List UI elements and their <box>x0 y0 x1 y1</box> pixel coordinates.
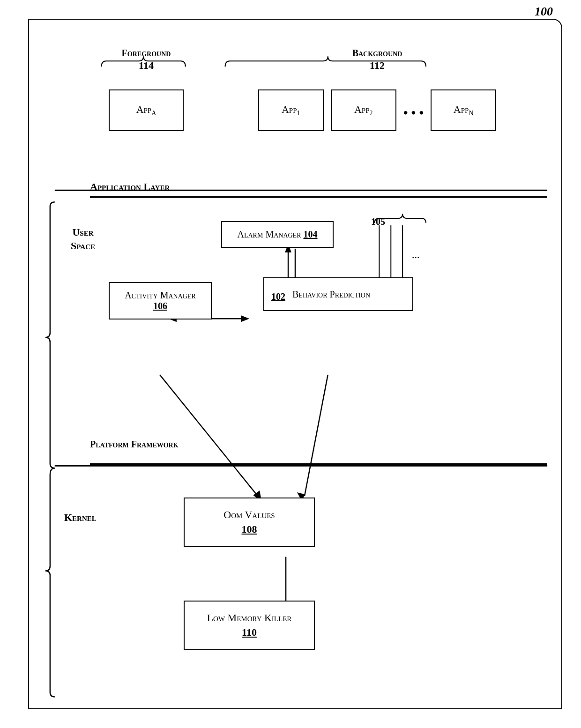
ref-105: 105 <box>371 216 385 227</box>
lmk-number: 110 <box>189 625 309 640</box>
alarm-manager-label: Alarm Manager <box>237 229 301 239</box>
lmk-box: Low Memory Killer 110 <box>184 601 315 650</box>
activity-manager-box: Activity Manager 106 <box>109 282 212 319</box>
bg-app-2: App2 <box>331 89 396 131</box>
alarm-manager-number: 104 <box>304 229 318 239</box>
app-layer-label: Application Layer <box>90 181 170 193</box>
foreground-app-box: AppA <box>109 89 184 131</box>
bg-dots: • • • <box>403 101 424 120</box>
bp-number: 102 <box>271 290 285 303</box>
am-label: Activity Manager <box>114 290 206 301</box>
background-apps: App1 App2 • • • AppN <box>212 89 543 131</box>
kernel-section: Oom Values 108 Low Memory Killer 110 <box>90 469 547 699</box>
foreground-label: Foreground <box>99 48 193 59</box>
background-number: 112 <box>212 59 543 72</box>
alarm-manager-box: Alarm Manager 104 <box>221 221 334 248</box>
bp-label: Behavior Prediction <box>292 289 370 299</box>
background-group: Background 112 App1 App2 • • • AppN <box>212 48 543 131</box>
platform-framework-label: Platform Framework <box>90 438 179 451</box>
app-layer-divider <box>90 196 547 198</box>
background-brace <box>212 75 543 89</box>
oom-number: 108 <box>189 522 309 537</box>
foreground-group: Foreground 114 AppA <box>99 48 193 131</box>
background-label: Background <box>212 48 543 59</box>
oom-values-box: Oom Values 108 <box>184 498 315 547</box>
diagram-number: 100 <box>535 5 553 19</box>
behavior-prediction-box: 102 Behavior Prediction <box>263 277 413 311</box>
user-space-divider <box>90 463 547 465</box>
app-layer-section: Foreground 114 AppA Background 112 App1 … <box>90 38 547 198</box>
foreground-app-label: AppA <box>136 104 156 115</box>
oom-label: Oom Values <box>189 508 309 522</box>
bg-app-n: AppN <box>431 89 496 131</box>
lmk-label: Low Memory Killer <box>189 611 309 625</box>
foreground-brace <box>99 75 193 89</box>
outer-container: ... Foreground 114 AppA Background <box>28 19 562 709</box>
user-space-section: Alarm Manager 104 105 102 Behavior Predi… <box>90 202 547 465</box>
am-number: 106 <box>114 301 206 312</box>
foreground-number: 114 <box>99 59 193 72</box>
bg-app-1: App1 <box>258 89 324 131</box>
